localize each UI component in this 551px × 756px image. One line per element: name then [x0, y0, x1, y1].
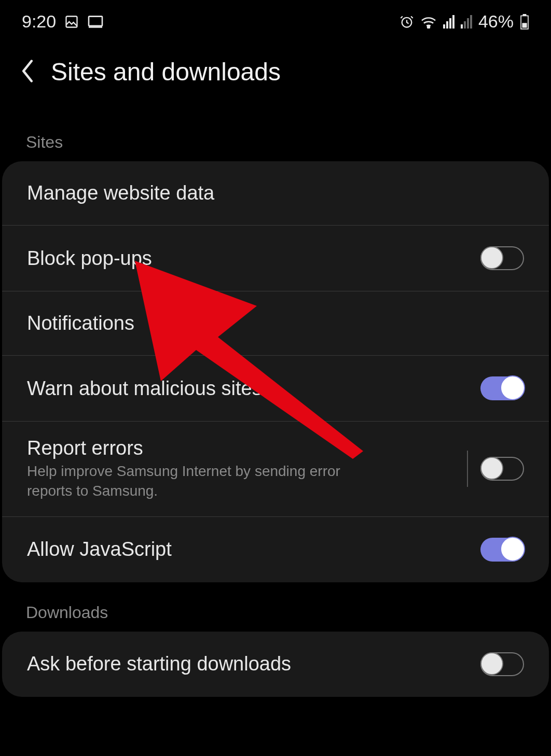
manage-website-data-row[interactable]: Manage website data [2, 161, 549, 226]
signal-bars-1-icon [443, 15, 454, 29]
row-title: Manage website data [27, 182, 524, 204]
section-label-sites: Sites [0, 112, 551, 161]
svg-point-4 [428, 26, 430, 28]
battery-icon [520, 14, 529, 30]
row-title: Notifications [27, 312, 524, 334]
status-right: 46% [400, 11, 529, 32]
downloads-card: Ask before starting downloads [2, 632, 549, 697]
ask-before-downloads-toggle[interactable] [480, 652, 524, 676]
row-title: Report errors [27, 437, 467, 459]
signal-bars-2-icon [461, 15, 472, 29]
status-bar: 9:20 46% [0, 0, 551, 37]
warn-malicious-toggle[interactable] [480, 376, 524, 400]
block-popups-row[interactable]: Block pop-ups [2, 226, 549, 291]
row-subtitle: Help improve Samsung Internet by sending… [27, 461, 359, 501]
warn-malicious-row[interactable]: Warn about malicious sites [2, 356, 549, 422]
section-label-downloads: Downloads [0, 582, 551, 632]
row-title: Block pop-ups [27, 247, 480, 270]
row-title: Allow JavaScript [27, 538, 480, 561]
row-title: Ask before starting downloads [27, 653, 480, 675]
block-popups-toggle[interactable] [480, 246, 524, 270]
alarm-icon [400, 15, 414, 29]
status-left: 9:20 [22, 11, 104, 32]
back-button[interactable] [21, 60, 34, 85]
row-title: Warn about malicious sites [27, 377, 480, 400]
allow-javascript-toggle[interactable] [480, 538, 524, 562]
clock-time: 9:20 [22, 11, 56, 32]
app-header: Sites and downloads [0, 37, 551, 112]
allow-javascript-row[interactable]: Allow JavaScript [2, 517, 549, 582]
svg-rect-1 [89, 16, 102, 25]
report-errors-toggle[interactable] [480, 457, 524, 481]
vertical-divider [467, 451, 468, 487]
svg-rect-0 [66, 16, 77, 27]
notifications-row[interactable]: Notifications [2, 291, 549, 356]
image-icon [64, 15, 79, 29]
svg-rect-7 [522, 23, 527, 27]
battery-percent: 46% [478, 11, 514, 32]
page-title: Sites and downloads [51, 58, 281, 86]
chevron-left-icon [21, 60, 34, 82]
report-errors-row[interactable]: Report errors Help improve Samsung Inter… [2, 422, 549, 517]
sites-card: Manage website data Block pop-ups Notifi… [2, 161, 549, 582]
ask-before-downloads-row[interactable]: Ask before starting downloads [2, 632, 549, 697]
wifi-icon [420, 15, 437, 29]
screen-icon [87, 15, 104, 29]
